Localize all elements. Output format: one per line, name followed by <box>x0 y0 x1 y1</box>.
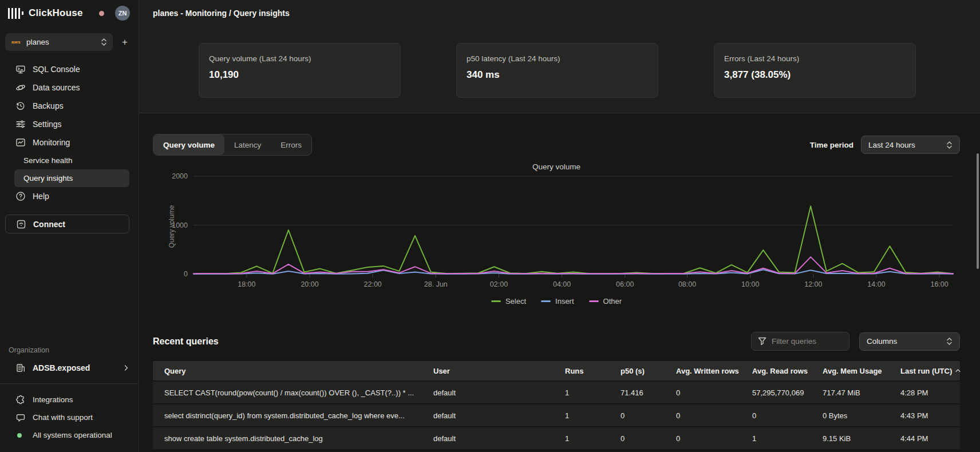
svg-text:14:00: 14:00 <box>867 280 885 288</box>
query-volume-chart: Query volume 01000200018:0020:0022:0028.… <box>153 172 960 296</box>
scrollbar-thumb[interactable] <box>977 153 979 269</box>
organization-name: ADSB.exposed <box>33 363 90 372</box>
system-status[interactable]: All systems operational <box>0 426 139 444</box>
legend-item-insert[interactable]: Insert <box>541 297 574 306</box>
stats-band: Query volume (Last 24 hours) 10,190 p50 … <box>139 26 980 113</box>
column-header-query[interactable]: Query <box>153 367 422 375</box>
table-row[interactable]: show create table system.distributed_cac… <box>153 426 960 449</box>
cell-p50: 71.416 <box>609 388 665 397</box>
time-period-select[interactable]: Last 24 hours <box>861 136 960 154</box>
column-header-user[interactable]: User <box>422 367 554 375</box>
sidebar-item-monitoring[interactable]: Monitoring <box>0 133 139 152</box>
cell-query: select distrinct(query_id) from system.d… <box>153 411 422 420</box>
column-header-read-rows[interactable]: Avg. Read rows <box>741 367 811 375</box>
connect-icon <box>16 219 26 229</box>
sidebar-item-label: Backups <box>33 101 64 110</box>
column-header-written-rows[interactable]: Avg. Written rows <box>665 367 741 375</box>
sidebar: ClickHouse ZN aws planes + SQL Console D… <box>0 0 139 452</box>
stat-label: Query volume (Last 24 hours) <box>209 54 390 63</box>
svg-text:10:00: 10:00 <box>741 280 759 288</box>
main-area: planes - Monitoring / Query insights Que… <box>139 0 980 452</box>
cell-last-run: 4:43 PM <box>889 411 960 420</box>
funnel-icon <box>758 336 766 346</box>
legend-swatch-select <box>491 300 501 302</box>
svg-text:06:00: 06:00 <box>616 280 634 288</box>
stat-label: Errors (Last 24 hours) <box>724 54 906 63</box>
time-period-label: Time period <box>810 141 853 149</box>
column-header-last-run[interactable]: Last run (UTC) <box>889 367 961 375</box>
svg-text:22:00: 22:00 <box>364 280 382 288</box>
sidebar-item-label: Integrations <box>33 395 73 404</box>
add-service-button[interactable]: + <box>120 37 130 48</box>
sliders-icon <box>15 119 26 129</box>
organization-section-label: Organization <box>0 346 139 354</box>
cell-mem-usage: 9.15 KiB <box>811 434 889 443</box>
svg-text:20:00: 20:00 <box>301 280 318 288</box>
tab-latency[interactable]: Latency <box>224 134 271 155</box>
sidebar-item-settings[interactable]: Settings <box>0 115 139 133</box>
sidebar-item-help[interactable]: Help <box>0 187 139 205</box>
sidebar-header: ClickHouse ZN <box>0 0 139 26</box>
tab-query-volume[interactable]: Query volume <box>153 134 224 155</box>
cell-query: SELECT CAST(round(pow(count() / max(coun… <box>153 388 422 397</box>
recent-queries-title: Recent queries <box>153 336 219 347</box>
cell-last-run: 4:44 PM <box>889 434 960 443</box>
topbar: planes - Monitoring / Query insights <box>139 0 980 26</box>
table-row[interactable]: SELECT CAST(round(pow(count() / max(coun… <box>153 380 960 403</box>
service-selector[interactable]: aws planes <box>5 33 113 51</box>
aws-icon: aws <box>11 39 21 45</box>
sidebar-item-service-health[interactable]: Service health <box>14 152 129 169</box>
connect-button[interactable]: Connect <box>5 215 129 233</box>
svg-text:2000: 2000 <box>172 172 188 180</box>
sidebar-item-sql-console[interactable]: SQL Console <box>0 60 139 78</box>
chat-icon <box>15 413 26 423</box>
chart-icon <box>15 137 26 148</box>
columns-select[interactable]: Columns <box>859 332 960 351</box>
columns-select-label: Columns <box>867 337 897 346</box>
chevron-right-icon <box>124 364 129 371</box>
stat-label: p50 latency (Last 24 hours) <box>467 54 648 63</box>
status-dot-icon <box>17 433 22 438</box>
sidebar-item-query-insights[interactable]: Query insights <box>14 169 129 187</box>
organization-selector[interactable]: ADSB.exposed <box>0 359 139 376</box>
avatar[interactable]: ZN <box>115 6 130 21</box>
cell-p50: 0 <box>609 411 665 420</box>
chart-controls: Query volume Latency Errors Time period … <box>153 134 960 156</box>
table-row[interactable]: select distrinct(query_id) from system.d… <box>153 403 960 426</box>
sidebar-item-integrations[interactable]: Integrations <box>0 391 139 409</box>
legend-item-select[interactable]: Select <box>491 297 526 306</box>
legend-swatch-insert <box>541 300 551 302</box>
sidebar-item-backups[interactable]: Backups <box>0 97 139 115</box>
page-title: planes - Monitoring / Query insights <box>153 9 290 18</box>
svg-text:16:00: 16:00 <box>930 280 948 288</box>
filter-queries-field <box>751 332 849 351</box>
chevron-updown-icon <box>946 337 953 346</box>
stat-value: 340 ms <box>467 69 648 81</box>
sidebar-item-chat-support[interactable]: Chat with support <box>0 409 139 426</box>
svg-text:02:00: 02:00 <box>490 280 508 288</box>
cell-written-rows: 0 <box>665 388 741 397</box>
tab-errors[interactable]: Errors <box>271 134 311 155</box>
recent-queries-header: Recent queries Columns <box>153 332 960 351</box>
cell-read-rows: 0 <box>741 411 811 420</box>
stat-value: 10,190 <box>209 69 390 81</box>
chart-legend: Select Insert Other <box>153 297 960 306</box>
cell-runs: 1 <box>554 388 609 397</box>
column-header-p50[interactable]: p50 (s) <box>609 367 665 375</box>
legend-item-other[interactable]: Other <box>589 297 622 306</box>
help-icon <box>15 191 26 201</box>
cell-mem-usage: 717.47 MiB <box>811 388 889 397</box>
chart-plot: 01000200018:0020:0022:0028. Jun02:0004:0… <box>153 172 960 294</box>
building-icon <box>15 363 26 373</box>
column-header-mem-usage[interactable]: Avg. Mem Usage <box>811 367 889 375</box>
sidebar-subitem-label: Service health <box>23 156 73 165</box>
cell-user: default <box>422 434 554 443</box>
cell-p50: 0 <box>609 434 665 443</box>
cell-written-rows: 0 <box>665 411 741 420</box>
legend-label: Other <box>603 297 622 306</box>
sidebar-item-data-sources[interactable]: Data sources <box>0 78 139 97</box>
chart-tabs: Query volume Latency Errors <box>153 134 312 156</box>
column-header-runs[interactable]: Runs <box>554 367 609 375</box>
stat-card-errors: Errors (Last 24 hours) 3,877 (38.05%) <box>714 43 916 98</box>
service-name: planes <box>26 38 49 46</box>
